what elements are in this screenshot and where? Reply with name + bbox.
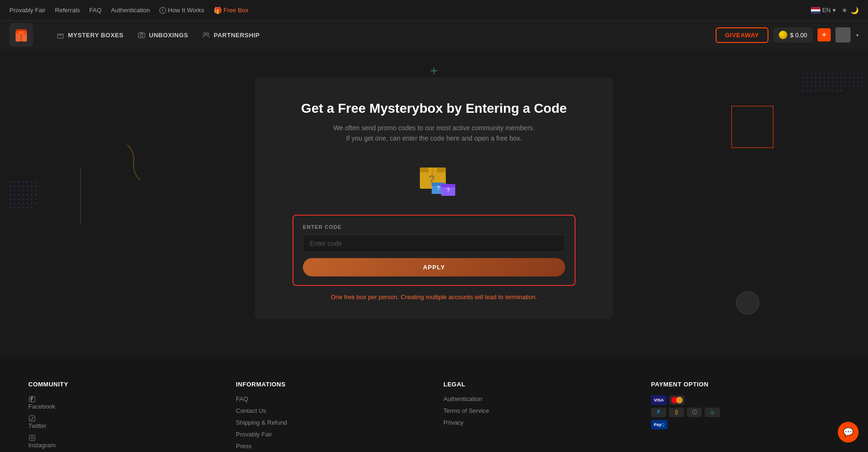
giveaway-button[interactable]: GIVEAWAY [716,27,768,43]
gift-icon: 🎁 [214,7,222,14]
instagram-icon [28,434,36,442]
code-label: ENTER CODE [303,224,565,230]
footer-informations: INFORMATIONS FAQ Contact Us Shipping & R… [236,381,425,452]
box-icon [57,31,64,39]
chevron-down-icon: ▾ [833,7,836,14]
nav-link-faq[interactable]: FAQ [89,7,101,14]
footer-provably-fair-link[interactable]: Provably Fair [236,431,425,438]
boxes-svg: ? ? ? [406,158,462,201]
svg-text:?: ? [447,187,450,193]
logo-area[interactable] [9,23,33,47]
apply-button[interactable]: APPLY [303,258,565,276]
warning-text: One free box per person. Creating multip… [292,293,576,301]
facebook-icon [28,395,36,403]
paysafe-icon: PayQ [651,420,668,429]
top-nav-links: Provably Fair Referrals FAQ Authenticati… [9,7,800,14]
moon-icon[interactable]: 🌙 [851,7,859,14]
balance-button[interactable]: $ 0.00 [773,27,813,42]
footer-twitter-link[interactable]: Twitter [28,415,217,429]
twitter-icon [28,415,36,422]
mastercard-icon [669,395,684,405]
footer-payment-title: PAYMENT OPTION [651,381,840,388]
nav-link-authentication[interactable]: Authentication [111,7,150,14]
footer-faq-link[interactable]: FAQ [236,395,425,402]
crypto-icon: ◎ [705,408,720,417]
balance-amount: $ 0.00 [790,32,807,39]
info-pay-icon: ⓘ [687,408,702,417]
footer-tos-link[interactable]: Terms of Service [443,407,632,414]
site-logo [9,23,33,47]
lang-selector[interactable]: EN ▾ [811,7,836,14]
svg-rect-4 [20,33,22,42]
footer-press-link[interactable]: Press [236,443,425,450]
user-menu-chevron: ▾ [856,33,859,38]
logo-svg [12,25,31,44]
nav-partnership[interactable]: PARTNERSHIP [202,31,260,39]
footer-shipping-link[interactable]: Shipping & Refund [236,419,425,426]
nav-link-provably-fair[interactable]: Provably Fair [9,7,46,14]
camera-icon [138,31,145,39]
deco-squiggle [121,142,149,187]
avatar-area[interactable]: ▾ [835,27,859,42]
footer-contact-link[interactable]: Contact Us [236,407,425,414]
deco-rect [731,106,774,148]
code-input[interactable] [303,234,565,252]
theme-icons: ☀ 🌙 [842,7,859,14]
coin-icon [779,31,787,39]
deco-dots-topright: // Will be rendered by JS below [802,73,863,92]
footer-privacy-link[interactable]: Privacy [443,419,632,426]
nav-mystery-boxes[interactable]: MYSTERY BOXES [57,31,124,39]
mystery-boxes-image: ? ? ? [406,158,462,201]
free-box-card: Get a Free Mysterybox by Entering a Code… [255,77,613,319]
footer-facebook-link[interactable]: Facebook [28,395,217,410]
paypal-icon: P [651,408,666,417]
footer-payment: PAYMENT OPTION VISA P ₿ ⓘ ◎ PayQ [651,381,840,452]
deco-plus: + [430,63,438,78]
footer-auth-link[interactable]: Authentication [443,395,632,402]
card-subtitle: We often send promo codes to our most ac… [292,123,576,144]
lang-label: EN [822,7,831,14]
footer-legal-title: LEGAL [443,381,632,388]
info-icon: i [159,7,166,14]
flag-icon [811,7,820,14]
svg-marker-3 [16,29,27,31]
deco-dots-left [9,181,38,209]
footer-legal: LEGAL Authentication Terms of Service Pr… [443,381,632,452]
svg-rect-25 [29,435,35,441]
footer-community: COMMUNITY Facebook Twitter [28,381,217,452]
payment-row-1: VISA [651,395,840,405]
payment-row-3: PayQ [651,420,840,429]
card-title: Get a Free Mysterybox by Entering a Code [292,101,576,116]
main-nav-links: MYSTERY BOXES UNBOXINGS PARTNERSHIP [57,31,701,39]
code-section: ENTER CODE APPLY [292,215,576,286]
footer: COMMUNITY Facebook Twitter [0,357,868,452]
bitcoin-icon: ₿ [669,408,684,417]
footer-instagram-link[interactable]: Instagram [28,434,217,449]
nav-link-how-works[interactable]: i How It Works [159,7,204,14]
footer-informations-title: INFORMATIONS [236,381,425,388]
chat-icon: 💬 [843,427,853,437]
nav-link-referrals[interactable]: Referrals [55,7,80,14]
svg-point-26 [31,436,33,439]
deco-line [80,167,81,224]
main-nav: MYSTERY BOXES UNBOXINGS PARTNERSHIP GIVE… [0,21,868,49]
svg-point-8 [140,34,143,37]
footer-community-title: COMMUNITY [28,381,217,388]
nav-right: GIVEAWAY $ 0.00 + ▾ [716,27,859,43]
svg-point-10 [203,33,206,35]
top-nav-right: EN ▾ ☀ 🌙 [811,7,859,14]
top-nav: Provably Fair Referrals FAQ Authenticati… [0,0,868,21]
nav-link-free-box[interactable]: 🎁 Free Box [214,7,249,14]
svg-text:?: ? [437,185,440,192]
user-avatar [835,27,851,42]
nav-unboxings[interactable]: UNBOXINGS [138,31,188,39]
partnership-icon [202,31,210,39]
hero-section: + // Will be rendered by JS below Get a … [0,49,868,338]
visa-icon: VISA [651,395,667,405]
deco-circle [736,291,760,315]
svg-point-27 [33,436,34,436]
twitter-label: Twitter [28,422,46,429]
add-funds-button[interactable]: + [818,28,831,42]
chat-button[interactable]: 💬 [838,422,859,443]
sun-icon[interactable]: ☀ [842,7,848,14]
